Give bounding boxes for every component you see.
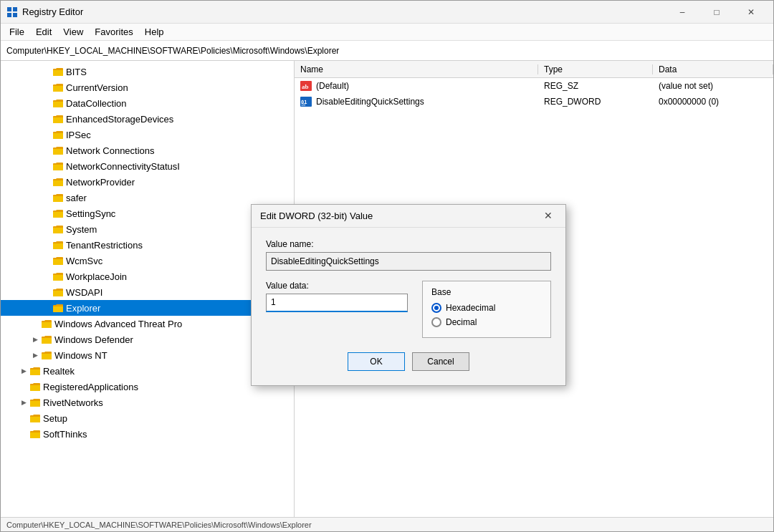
minimize-button[interactable]: – (666, 1, 699, 24)
base-title: Base (431, 287, 542, 297)
svg-rect-3 (13, 13, 17, 17)
folder-icon (52, 162, 64, 171)
tree-item[interactable]: ▶ Setup (1, 410, 294, 426)
menu-file[interactable]: File (4, 25, 30, 39)
address-path: Computer\HKEY_LOCAL_MACHINE\SOFTWARE\Pol… (6, 46, 339, 56)
list-item[interactable]: 01 10 DisableEditingQuickSettings REG_DW… (295, 94, 773, 110)
menu-help[interactable]: Help (139, 25, 170, 39)
list-cell-type: REG_SZ (538, 81, 653, 91)
tree-item-label: Realtek (43, 366, 75, 377)
col-data: Data (653, 64, 773, 74)
tree-item[interactable]: ▶ EnhancedStorageDevices (1, 111, 294, 127)
folder-icon (29, 398, 41, 407)
value-data-col: Value data: (266, 281, 408, 338)
menu-edit[interactable]: Edit (30, 25, 57, 39)
tree-item[interactable]: ▶ RivetNetworks (1, 395, 294, 410)
svg-text:10: 10 (301, 102, 305, 107)
list-cell-type: REG_DWORD (538, 97, 653, 107)
tree-item[interactable]: ▶ TenantRestrictions (1, 237, 294, 253)
tree-item-label: NetworkProvider (66, 177, 135, 188)
tree-item[interactable]: ▶ Windows NT (1, 347, 294, 363)
value-data-input[interactable] (266, 294, 408, 312)
svg-rect-0 (7, 7, 11, 11)
tree-item-label: BITS (66, 67, 87, 77)
folder-icon (52, 272, 64, 281)
folder-icon (52, 178, 64, 187)
status-bar: Computer\HKEY_LOCAL_MACHINE\SOFTWARE\Pol… (1, 517, 773, 531)
list-header: Name Type Data (295, 61, 773, 78)
ok-button[interactable]: OK (348, 352, 405, 371)
maximize-button[interactable]: □ (700, 1, 733, 24)
tree-item[interactable]: ▶ Windows Advanced Threat Pro (1, 316, 294, 332)
tree-item[interactable]: ▶ IPSec (1, 127, 294, 142)
app-icon (6, 6, 18, 18)
chevron-icon: ▶ (29, 334, 41, 345)
tree-item-label: WcmSvc (66, 256, 102, 266)
folder-icon (52, 304, 64, 313)
value-name-input[interactable] (266, 252, 551, 271)
address-bar: Computer\HKEY_LOCAL_MACHINE\SOFTWARE\Pol… (1, 41, 773, 61)
folder-icon (52, 193, 64, 203)
tree-item-label: Windows NT (54, 350, 108, 361)
col-type: Type (538, 64, 653, 74)
dialog-title-bar: Edit DWORD (32-bit) Value ✕ (252, 205, 565, 228)
tree-item[interactable]: ▶ Network Connections (1, 142, 294, 158)
tree-item[interactable]: ▶ WorkplaceJoin (1, 269, 294, 284)
tree-item-label: Network Connections (66, 145, 155, 156)
ab-registry-icon: ab (300, 81, 312, 91)
title-bar: Registry Editor – □ ✕ (1, 1, 773, 24)
edit-dword-dialog: Edit DWORD (32-bit) Value ✕ Value name: … (251, 204, 566, 386)
folder-icon (41, 335, 52, 344)
folder-icon (52, 115, 64, 124)
svg-text:ab: ab (302, 83, 309, 90)
tree-item-label: DataCollection (66, 98, 127, 109)
folder-icon (41, 319, 52, 329)
menu-favorites[interactable]: Favorites (89, 25, 138, 39)
window-title: Registry Editor (22, 6, 666, 17)
folder-icon (52, 130, 64, 140)
folder-icon (52, 225, 64, 234)
base-col: Base Hexadecimal Decimal (422, 281, 551, 338)
tree-item[interactable]: ▶ SettingSync (1, 205, 294, 221)
tree-item[interactable]: ▶ DataCollection (1, 95, 294, 111)
base-group: Base Hexadecimal Decimal (422, 281, 551, 338)
tree-item[interactable]: ▶ NetworkConnectivityStatusI (1, 158, 294, 174)
chevron-icon: ▶ (18, 397, 29, 408)
dword-registry-icon: 01 10 (300, 97, 312, 107)
tree-item-label: IPSec (66, 130, 91, 140)
radio-decimal[interactable]: Decimal (431, 317, 542, 327)
tree-item-label: Windows Advanced Threat Pro (54, 319, 182, 329)
menu-view[interactable]: View (57, 25, 89, 39)
dialog-row: Value data: Base Hexadecimal (266, 281, 551, 338)
dialog-footer: OK Cancel (266, 352, 551, 371)
folder-icon (52, 146, 64, 155)
list-cell-data: 0x00000000 (0) (653, 97, 773, 107)
tree-item[interactable]: ▶ SoftThinks (1, 426, 294, 442)
cancel-button[interactable]: Cancel (412, 352, 469, 371)
tree-item[interactable]: ▶ Realtek (1, 363, 294, 379)
tree-item[interactable]: ▶ Windows Defender (1, 332, 294, 347)
radio-hexadecimal[interactable]: Hexadecimal (431, 303, 542, 313)
tree-item-label: TenantRestrictions (66, 240, 143, 251)
radio-dec-indicator (431, 317, 441, 327)
tree-item-label: RegisteredApplications (43, 382, 138, 392)
tree-item[interactable]: ▶ System (1, 221, 294, 237)
status-text: Computer\HKEY_LOCAL_MACHINE\SOFTWARE\Pol… (6, 521, 312, 529)
list-item[interactable]: ab (Default) REG_SZ (value not set) (295, 78, 773, 94)
list-cell-name: 01 10 DisableEditingQuickSettings (295, 97, 538, 107)
value-data-label: Value data: (266, 281, 408, 291)
tree-item[interactable]: ▶ WcmSvc (1, 253, 294, 269)
tree-item[interactable]: ▶ NetworkProvider (1, 174, 294, 190)
tree-item[interactable]: ▶ safer (1, 190, 294, 205)
dialog-body: Value name: Value data: Base Hexadecimal (252, 228, 565, 385)
tree-item[interactable]: ▶ CurrentVersion (1, 79, 294, 95)
tree-item[interactable]: ▶ Explorer (1, 300, 294, 316)
dialog-close-button[interactable]: ✕ (540, 207, 557, 224)
tree-item-label: SoftThinks (43, 429, 87, 440)
tree-item[interactable]: ▶ WSDAPI (1, 284, 294, 300)
tree-item[interactable]: ▶ BITS (1, 64, 294, 79)
close-button[interactable]: ✕ (735, 1, 768, 24)
tree-item-label: Setup (43, 413, 67, 424)
folder-icon (29, 367, 41, 376)
tree-item[interactable]: ▶ RegisteredApplications (1, 379, 294, 395)
